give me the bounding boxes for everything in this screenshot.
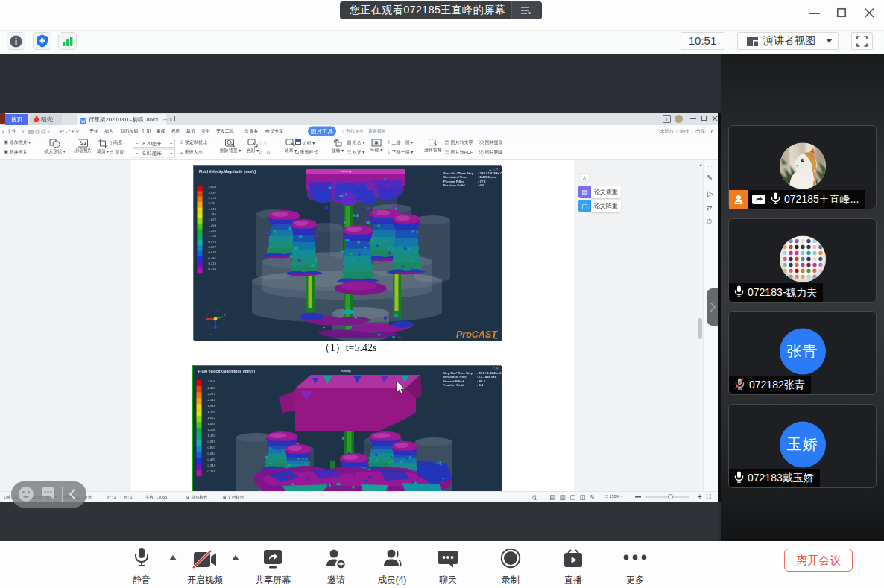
svg-text:0.644: 0.644 [208,452,216,455]
svg-text:2.600: 2.600 [209,185,217,189]
svg-text:0.970: 0.970 [208,440,216,443]
svg-text:: 0.1: : 0.1 [477,383,484,387]
svg-text:1.133: 1.133 [208,434,216,437]
svg-text:Fluid Velocity.Magnitude [mm/s: Fluid Velocity.Magnitude [mm/s] [199,169,256,174]
svg-text:1.622: 1.622 [208,416,216,420]
svg-text:mixing: mixing [341,169,352,173]
svg-text:: 11.1438 sec: : 11.1438 sec [477,375,497,379]
svg-text:2.600: 2.600 [208,379,216,383]
svg-text:1.948: 1.948 [209,207,217,211]
svg-text:: 88.4: : 88.4 [477,379,486,383]
svg-text:0.155: 0.155 [208,470,216,473]
svg-text:Percent Filled: Percent Filled [443,379,464,383]
svg-text:Fluid Velocity.Magnitude [mm/s: Fluid Velocity.Magnitude [mm/s] [198,369,255,373]
svg-text:0.155: 0.155 [209,267,217,271]
svg-text:1.296: 1.296 [208,428,216,431]
svg-text:Step No / Time Step: Step No / Time Step [443,171,474,175]
svg-text:ProCAST: ProCAST [456,329,498,340]
svg-text:y: y [224,313,226,316]
svg-text:0.481: 0.481 [209,256,217,260]
svg-text:: 77.1: : 77.1 [478,180,487,183]
svg-text:: 590 / 1.9846e-002: : 590 / 1.9846e-002 [477,371,502,375]
svg-text:2.111: 2.111 [209,201,217,205]
svg-text:Fraction Solid: Fraction Solid [443,183,465,187]
svg-text:Fraction Solid: Fraction Solid [443,383,464,387]
svg-text:2.274: 2.274 [208,392,216,396]
svg-text:2.437: 2.437 [209,191,217,195]
svg-text:▁ ▢ ✕: ▁ ▢ ✕ [488,367,499,370]
svg-text:0.644: 0.644 [209,250,217,254]
svg-text:Percent Filled: Percent Filled [443,180,465,183]
svg-text:esi: esi [494,337,497,340]
svg-text:2.111: 2.111 [208,398,216,402]
svg-text:0.481: 0.481 [208,458,216,461]
svg-text:0.970: 0.970 [209,240,217,244]
svg-text:0.318: 0.318 [208,464,216,467]
svg-text:0.807: 0.807 [208,446,216,449]
svg-text:1.459: 1.459 [208,422,216,426]
svg-text:2.437: 2.437 [208,386,216,390]
svg-text:2.274: 2.274 [209,196,217,200]
svg-text:mixing: mixing [341,369,351,373]
svg-text:1.948: 1.948 [208,404,216,408]
svg-text:Simulated Time: Simulated Time [443,375,467,379]
svg-text:1.459: 1.459 [209,224,217,227]
svg-text:1.785: 1.785 [208,410,216,414]
svg-text:: 5.4285 sec: : 5.4285 sec [478,175,496,179]
svg-text:0.807: 0.807 [209,245,217,249]
svg-text:0.318: 0.318 [209,262,217,265]
svg-text:1.622: 1.622 [209,218,217,221]
svg-text:: 0.6: : 0.6 [478,183,484,187]
svg-text:z: z [210,333,212,336]
svg-text:1.133: 1.133 [209,234,217,238]
svg-text:▁ ▢ ✕: ▁ ▢ ✕ [488,167,499,171]
svg-text:Step No / Time Step: Step No / Time Step [443,371,473,375]
svg-text:Simulated Time: Simulated Time [443,175,467,179]
svg-text:1.296: 1.296 [209,229,217,233]
svg-text:: 388 / 1.6264e-002: : 388 / 1.6264e-002 [478,171,502,175]
svg-text:1.785: 1.785 [209,212,217,216]
